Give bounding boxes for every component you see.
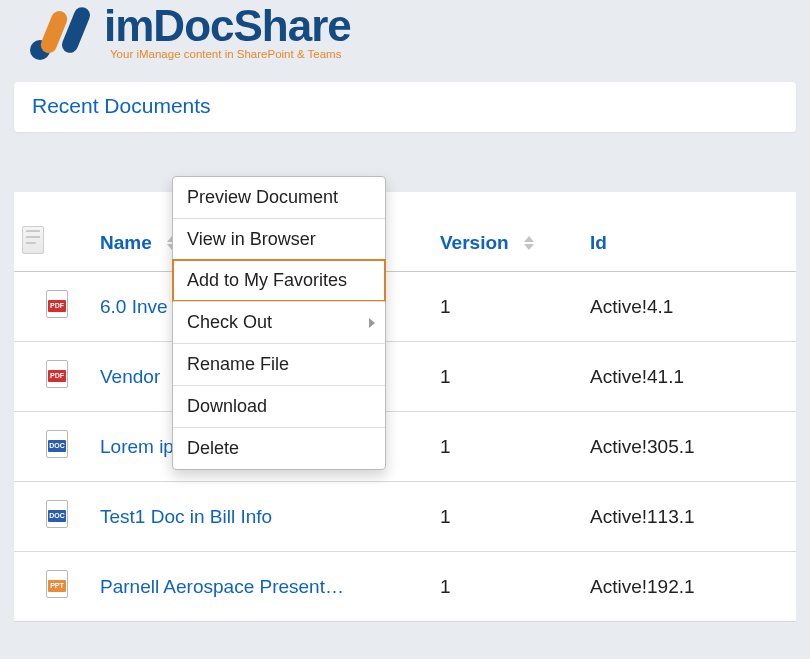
pdf-icon: [46, 360, 68, 388]
version-cell: 1: [432, 552, 582, 622]
svg-rect-2: [60, 5, 93, 55]
context-menu-item[interactable]: Delete: [173, 427, 385, 469]
id-cell: Active!4.1: [582, 272, 796, 342]
version-cell: 1: [432, 412, 582, 482]
context-menu-item[interactable]: Rename File: [173, 343, 385, 385]
table-row[interactable]: Vendor1Active!41.1: [14, 342, 796, 412]
sort-icon: [524, 236, 534, 250]
file-type-cell: [14, 552, 92, 622]
logo-mark-icon: [26, 4, 98, 64]
id-cell: Active!41.1: [582, 342, 796, 412]
context-menu-item[interactable]: View in Browser: [173, 218, 385, 260]
id-cell: Active!305.1: [582, 412, 796, 482]
doc-icon: [46, 500, 68, 528]
file-type-cell: [14, 272, 92, 342]
table-row[interactable]: Lorem ip1Active!305.1: [14, 412, 796, 482]
logo-text: imDocShare: [104, 4, 351, 48]
version-cell: 1: [432, 342, 582, 412]
context-menu-item[interactable]: Add to My Favorites: [172, 259, 386, 302]
doc-icon: [46, 430, 68, 458]
file-icon: [22, 226, 44, 254]
file-link[interactable]: Parnell Aerospace Present…: [100, 576, 344, 597]
context-menu-item[interactable]: Check Out: [173, 301, 385, 343]
app-logo: imDocShare Your iManage content in Share…: [0, 0, 810, 72]
id-cell: Active!192.1: [582, 552, 796, 622]
id-cell: Active!113.1: [582, 482, 796, 552]
table-row[interactable]: 6.0 Inve1Active!4.1: [14, 272, 796, 342]
context-menu-item[interactable]: Download: [173, 385, 385, 427]
documents-table: Name Version Id 6.0 Inve1Active!4.1Vendo…: [14, 192, 796, 622]
ppt-icon: [46, 570, 68, 598]
file-type-cell: [14, 482, 92, 552]
file-link[interactable]: Vendor: [100, 366, 160, 387]
file-link[interactable]: Lorem ip: [100, 436, 174, 457]
recent-documents-panel: Recent Documents: [14, 82, 796, 132]
panel-title: Recent Documents: [14, 82, 796, 132]
file-type-cell: [14, 412, 92, 482]
file-link[interactable]: 6.0 Inve: [100, 296, 168, 317]
file-type-cell: [14, 342, 92, 412]
context-menu-item[interactable]: Preview Document: [173, 177, 385, 218]
file-link[interactable]: Test1 Doc in Bill Info: [100, 506, 272, 527]
table-row[interactable]: Test1 Doc in Bill Info1Active!113.1: [14, 482, 796, 552]
file-name-cell: Parnell Aerospace Present…: [92, 552, 432, 622]
table-row[interactable]: Parnell Aerospace Present…1Active!192.1: [14, 552, 796, 622]
column-header-id[interactable]: Id: [582, 216, 796, 272]
context-menu: Preview DocumentView in BrowserAdd to My…: [172, 176, 386, 470]
version-cell: 1: [432, 272, 582, 342]
version-cell: 1: [432, 482, 582, 552]
pdf-icon: [46, 290, 68, 318]
column-header-icon[interactable]: [14, 216, 92, 272]
file-name-cell: Test1 Doc in Bill Info: [92, 482, 432, 552]
column-header-version[interactable]: Version: [432, 216, 582, 272]
logo-tagline: Your iManage content in SharePoint & Tea…: [104, 48, 351, 60]
